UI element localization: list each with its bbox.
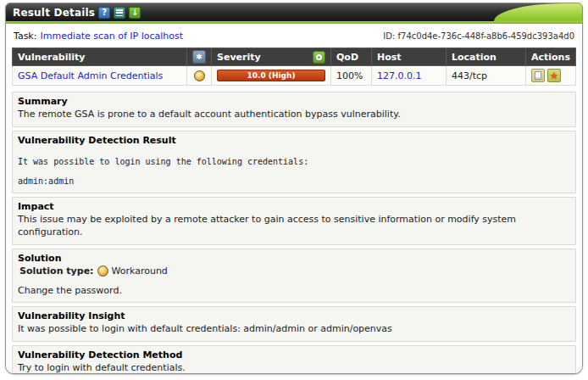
detection-method-body: Try to login with default credentials. [18, 362, 570, 374]
workaround-icon [97, 265, 108, 277]
section-title: Solution [18, 253, 570, 264]
section-body: It was possible to login with default cr… [18, 323, 570, 336]
detail-sections: Summary The remote GSA is prone to a def… [12, 92, 576, 374]
section-title: Vulnerability Detection Result [18, 135, 570, 146]
actions-cell: ★ [526, 66, 576, 86]
solution-type-row: Solution type: Workaround [19, 265, 570, 277]
task-link[interactable]: Immediate scan of IP localhost [40, 31, 183, 42]
section-summary: Summary The remote GSA is prone to a def… [12, 92, 576, 127]
column-header-host: Host [372, 48, 447, 66]
toggle-overrides-icon[interactable] [313, 51, 325, 64]
section-title: Impact [18, 201, 570, 212]
task-label: Task: [14, 31, 36, 42]
solution-type-column-icon: ✱ [192, 50, 206, 64]
result-table: Vulnerability ✱ Severity QoD Host Locati… [12, 48, 576, 86]
host-cell: 127.0.0.1 [372, 66, 447, 86]
task-row: Task: Immediate scan of IP localhost ID:… [12, 28, 576, 48]
download-icon[interactable]: ↓ [129, 7, 141, 19]
content-area: Task: Immediate scan of IP localhost ID:… [6, 24, 582, 374]
detection-result-line1: It was possible to login using the follo… [18, 156, 570, 168]
qod-cell: 100% [331, 66, 372, 86]
list-icon-lines [116, 9, 123, 16]
section-solution: Solution Solution type: Workaround Chang… [12, 249, 576, 304]
detection-result-line2: admin:admin [18, 176, 570, 187]
section-body: The remote GSA is prone to a default acc… [18, 109, 570, 121]
help-icon[interactable]: ? [98, 7, 110, 19]
vulnerability-link[interactable]: GSA Default Admin Credentials [18, 70, 163, 81]
section-detection-method: Vulnerability Detection Method Try to lo… [12, 345, 576, 374]
severity-cell: 10.0 (High) [212, 66, 331, 86]
solution-type-label: Solution type: [19, 265, 94, 277]
solution-type-value: Workaround [112, 265, 168, 277]
column-header-location: Location [447, 48, 526, 66]
green-swoosh-decoration [494, 3, 582, 21]
result-id: ID: f74c0d4e-736c-448f-a8b6-459dc393a4d0 [383, 31, 574, 41]
solution-body: Change the password. [18, 285, 570, 298]
column-header-vulnerability: Vulnerability [13, 48, 187, 66]
note-sheet [535, 71, 541, 80]
result-details-window: Result Details ? ↓ Task: Immediate scan … [5, 3, 583, 374]
titlebar: Result Details ? ↓ [6, 3, 582, 21]
workaround-icon [194, 70, 205, 81]
column-header-severity: Severity [212, 48, 331, 66]
section-impact: Impact This issue may be exploited by a … [12, 197, 576, 245]
list-icon[interactable] [114, 7, 125, 19]
section-insight: Vulnerability Insight It was possible to… [12, 306, 576, 342]
column-header-actions: Actions [526, 48, 576, 66]
severity-value: 10.0 (High) [247, 71, 295, 80]
vulnerability-cell: GSA Default Admin Credentials [13, 66, 187, 86]
section-detection-result: Vulnerability Detection Result It was po… [12, 131, 576, 193]
add-note-icon[interactable] [531, 69, 545, 82]
section-title: Vulnerability Insight [18, 310, 570, 321]
column-header-qod: QoD [331, 48, 372, 66]
section-body: This issue may be exploited by a remote … [18, 214, 570, 239]
severity-header-label: Severity [217, 52, 261, 63]
page-title: Result Details [13, 7, 95, 19]
column-header-solution-type: ✱ [187, 48, 212, 66]
host-link[interactable]: 127.0.0.1 [377, 70, 421, 81]
severity-bar: 10.0 (High) [217, 70, 325, 81]
location-cell: 443/tcp [447, 66, 526, 86]
section-title: Summary [18, 96, 570, 107]
solution-type-cell [187, 66, 212, 86]
result-row: GSA Default Admin Credentials 10.0 (High… [13, 66, 576, 86]
overrides-ring [316, 54, 322, 60]
add-override-icon[interactable]: ★ [547, 69, 561, 82]
section-title: Vulnerability Detection Method [18, 349, 570, 360]
table-header-row: Vulnerability ✱ Severity QoD Host Locati… [13, 48, 576, 66]
